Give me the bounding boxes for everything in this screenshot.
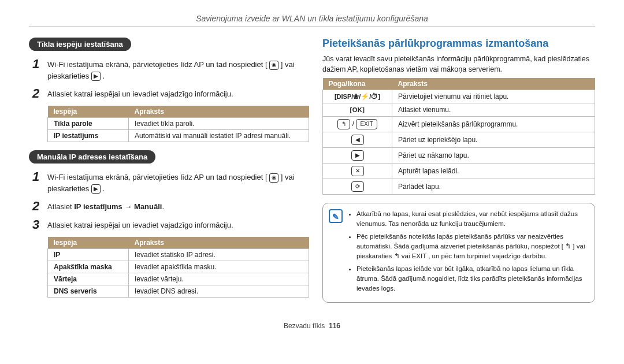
exit-icon: EXIT (356, 119, 377, 129)
step-1-text-a: Wi-Fi iestatījuma ekrānā, pārvietojietie… (47, 60, 269, 69)
left-column: Tīkla iespēju iestatīšana 1 Wi-Fi iestat… (29, 38, 302, 306)
page-header: Savienojuma izveide ar WLAN un tīkla ies… (29, 14, 595, 23)
note-item: Pēc pieteikšanās noteiktās lapās pieteik… (356, 232, 586, 261)
table-row: ◀Pāriet uz iepriekšējo lapu. (323, 132, 595, 148)
footer-label: Bezvadu tīkls (284, 322, 325, 330)
col-desc: Apraksts (392, 78, 595, 90)
step-1-text-c: . (101, 72, 105, 80)
mstep-2-text-b: IP iestatījums → Manuāli (74, 202, 162, 211)
table-row: Apakštīkla maskaIevadiet apakštīkla mask… (48, 261, 309, 273)
nav-left-icon: ◀ (351, 135, 364, 145)
mstep-2-text-c: . (162, 202, 164, 211)
step-number: 2 (32, 87, 42, 100)
table-row: IP iestatījumsAutomātiski vai manuāli ie… (48, 130, 309, 142)
mstep-1-text-a: Wi-Fi iestatījuma ekrānā, pārvietojietie… (47, 173, 269, 181)
pill-network-options: Tīkla iespēju iestatīšana (29, 38, 131, 51)
header-divider (29, 27, 595, 27)
step-number: 1 (32, 58, 42, 81)
manual-step-1: 1 Wi-Fi iestatījuma ekrānā, pārvietojiet… (32, 170, 302, 194)
nav-right-icon: ▶ (351, 150, 364, 161)
col-option: Iespēja (48, 106, 129, 118)
intro-text: Jūs varat ievadīt savu pieteikšanās info… (322, 54, 595, 75)
mstep-3-text: Atlasiet katrai iespējai un ievadiet vaj… (47, 218, 302, 231)
arrow-right-icon: ▶ (91, 72, 101, 81)
table-row: VārtejaIevadiet vārteju. (48, 273, 309, 285)
note-box: ✎ Atkarībā no lapas, kurai esat pieslēdz… (322, 203, 595, 303)
col-desc: Apraksts (129, 237, 309, 249)
footer-page: 116 (329, 322, 340, 330)
page-footer: Bezvadu tīkls 116 (29, 322, 595, 330)
options-table-2: Iespēja Apraksts IPIevadiet statisko IP … (47, 237, 309, 298)
section-title: Pieteikšanās pārlūkprogrammas izmantošan… (322, 38, 595, 50)
mstep-2-text-a: Atlasiet (47, 202, 74, 211)
table-row: IPIevadiet statisko IP adresi. (48, 249, 309, 261)
arrow-right-icon: ▶ (91, 184, 101, 194)
table-row: [DISP/❀/⚡/⏱]Pārvietojiet vienumu vai rit… (323, 90, 595, 103)
table-row: ⟳Pārlādēt lapu. (323, 179, 595, 195)
step-2-text: Atlasiet katrai iespējai un ievadiet vaj… (47, 87, 302, 100)
manual-step-3: 3 Atlasiet katrai iespējai un ievadiet v… (32, 218, 302, 231)
note-item: Atkarībā no lapas, kurai esat pieslēdzie… (356, 209, 586, 228)
options-table-1: Iespēja Apraksts Tīkla paroleIevadiet tī… (47, 106, 309, 142)
disp-icon: [DISP/❀/⚡/⏱] (335, 93, 380, 100)
table-row: ✕Apturēt lapas ielādi. (323, 164, 595, 179)
back-icon: ↰ (337, 119, 350, 129)
right-column: Pieteikšanās pārlūkprogrammas izmantošan… (322, 38, 595, 306)
flower-icon: ❀ (269, 61, 278, 70)
ok-icon: [OK] (347, 106, 369, 114)
info-icon: ✎ (329, 209, 343, 223)
manual-step-2: 2 Atlasiet IP iestatījums → Manuāli. (32, 200, 302, 213)
close-icon: ✕ (351, 166, 364, 176)
step-number: 1 (32, 170, 42, 194)
step-1: 1 Wi-Fi iestatījuma ekrānā, pārvietojiet… (32, 58, 302, 81)
step-number: 3 (32, 218, 42, 231)
table-row: [OK]Atlasiet vienumu. (323, 103, 595, 117)
table-row: ↰ / EXITAizvērt pieteikšanās pārlūkprogr… (323, 117, 595, 132)
table-row: ▶Pāriet uz nākamo lapu. (323, 148, 595, 164)
mstep-1-text-c: . (101, 184, 105, 193)
flower-icon: ❀ (269, 173, 278, 183)
step-number: 2 (32, 200, 42, 213)
col-button: Poga/Ikona (323, 78, 392, 90)
table-row: Tīkla paroleIevadiet tīkla paroli. (48, 118, 309, 130)
pill-manual-ip: Manuāla IP adreses iestatīšana (29, 150, 155, 164)
button-table: Poga/Ikona Apraksts [DISP/❀/⚡/⏱]Pārvieto… (322, 78, 595, 195)
col-desc: Apraksts (129, 106, 309, 118)
col-option: Iespēja (48, 237, 129, 249)
step-2: 2 Atlasiet katrai iespējai un ievadiet v… (32, 87, 302, 100)
reload-icon: ⟳ (351, 181, 364, 192)
note-item: Pieteikšanās lapas ielāde var būt ilgāka… (356, 264, 586, 293)
table-row: DNS serverisIevadiet DNS adresi. (48, 285, 309, 298)
